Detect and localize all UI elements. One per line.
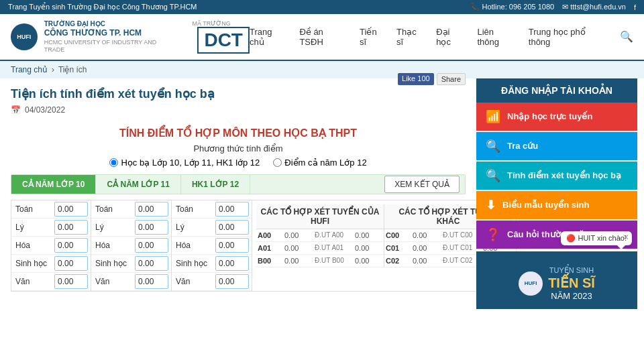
breadcrumb-current: Tiện ích bbox=[58, 65, 87, 74]
grade-row-ly-hk1: Lý bbox=[172, 219, 252, 237]
grade-input-hoa-10[interactable] bbox=[54, 238, 88, 253]
grade-results-row: Toán Lý Hóa Sinh học Văn bbox=[11, 200, 466, 292]
hufi-results: CÁC TỔ HỢP XÉT TUYỂN CỦA HUFI A00 0.00 Đ… bbox=[256, 204, 384, 267]
grade-input-ly-10[interactable] bbox=[54, 220, 88, 235]
grade-lop11-section: Toán Lý Hóa Sinh học Văn bbox=[91, 200, 172, 292]
subject-label-ly-hk1: Lý bbox=[172, 220, 213, 235]
nav-thpt[interactable]: Trung học phổ thông bbox=[529, 27, 609, 47]
fb-like-btn[interactable]: Like 100 bbox=[398, 73, 434, 85]
radio-input2[interactable] bbox=[273, 158, 282, 167]
dut-c01: Đ.UT C01 bbox=[441, 242, 482, 253]
nav-daihoc[interactable]: Đại học bbox=[436, 27, 466, 47]
grade-input-sinh-11[interactable] bbox=[135, 256, 168, 271]
nav-thacsi[interactable]: Thạc sĩ bbox=[396, 27, 425, 47]
grade-row-toan-11: Toán bbox=[91, 200, 171, 219]
header: HUFI TRƯỜNG ĐẠI HỌC CÔNG THƯƠNG TP. HCM … bbox=[0, 14, 644, 61]
grade-input-van-10[interactable] bbox=[54, 274, 88, 289]
grade-input-toan-10[interactable] bbox=[54, 202, 88, 217]
nav-trangchu[interactable]: Trang chủ bbox=[250, 27, 288, 47]
subject-label-toan-hk1: Toán bbox=[172, 202, 213, 217]
grade-input-sinh-hk1[interactable] bbox=[215, 256, 249, 271]
dut-score-a01: 0.00 bbox=[354, 242, 384, 254]
grade-input-toan-11[interactable] bbox=[135, 202, 168, 217]
subject-label-sinh-11: Sinh học bbox=[91, 256, 132, 271]
code-a01: A01 bbox=[256, 242, 283, 254]
grade-input-hoa-hk1[interactable] bbox=[215, 238, 249, 253]
tab-lop11[interactable]: CẢ NĂM LỚP 11 bbox=[96, 175, 180, 194]
dut-c02: Đ.UT C02 bbox=[441, 255, 482, 266]
promo-line3: NĂM 2023 bbox=[548, 291, 595, 301]
sidebar-btn-tinhdiem[interactable]: 🔍 Tính điểm xét tuyển học bạ bbox=[476, 162, 637, 190]
grade-row-van-hk1: Văn bbox=[172, 273, 252, 291]
grade-row-van-11: Văn bbox=[91, 273, 171, 291]
nav-tiensi[interactable]: Tiến sĩ bbox=[360, 27, 386, 47]
radio-group: Học bạ Lớp 10, Lớp 11, HK1 lớp 12 Điểm c… bbox=[11, 158, 466, 168]
dut-score-b00: 0.00 bbox=[354, 255, 384, 267]
nav-dean[interactable]: Đề án TSĐH bbox=[299, 27, 349, 47]
main-layout: Like 100 Share Tiện ích tính điểm xét tu… bbox=[0, 78, 644, 309]
score-b00: 0.00 bbox=[283, 255, 313, 267]
grade-input-toan-hk1[interactable] bbox=[215, 202, 249, 217]
promo-line1: TUYỂN SINH bbox=[548, 266, 595, 275]
grade-input-hoa-11[interactable] bbox=[135, 238, 168, 253]
dct-logo: DCT bbox=[197, 27, 250, 54]
nav-lienThong[interactable]: Liên thông bbox=[478, 27, 518, 47]
grade-row-sinh-hk1: Sinh học bbox=[172, 255, 252, 273]
score-a01: 0.00 bbox=[283, 242, 313, 254]
subject-label-ly-10: Lý bbox=[11, 220, 52, 235]
grade-hk1-section: Toán Lý Hóa Sinh học Văn bbox=[172, 200, 252, 292]
grade-input-van-hk1[interactable] bbox=[215, 274, 249, 289]
chat-icon: 🔴 bbox=[566, 234, 576, 242]
sidebar-btn-online[interactable]: 📶 Nhập học trực tuyến bbox=[476, 103, 637, 131]
grade-row-sinh-11: Sinh học bbox=[91, 255, 171, 273]
grade-row-ly-11: Lý bbox=[91, 219, 171, 237]
subject-label-toan-11: Toán bbox=[91, 202, 132, 217]
code-b00: B00 bbox=[256, 255, 283, 267]
grade-row-hoa-11: Hóa bbox=[91, 237, 171, 255]
hotline: 📞 Hotline: 096 205 1080 bbox=[470, 3, 554, 11]
dut-c00: Đ.UT C00 bbox=[441, 229, 482, 241]
grade-row-ly-10: Lý bbox=[11, 219, 91, 237]
subject-label-hoa-11: Hóa bbox=[91, 238, 132, 253]
xem-ket-qua-button[interactable]: XEM KẾT QUẢ bbox=[384, 176, 460, 193]
radio-option1[interactable]: Học bạ Lớp 10, Lớp 11, HK1 lớp 12 bbox=[109, 158, 260, 168]
fb-share-btn[interactable]: Share bbox=[437, 73, 466, 85]
school-name: TRƯỜNG ĐẠI HỌC CÔNG THƯƠNG TP. HCM HCMC … bbox=[44, 19, 178, 54]
grade-input-ly-hk1[interactable] bbox=[215, 220, 249, 235]
breadcrumb-separator: › bbox=[52, 65, 54, 74]
radio-option2[interactable]: Điểm cả năm Lớp 12 bbox=[273, 158, 366, 168]
dut-a00: Đ.UT A00 bbox=[313, 229, 354, 241]
search-icon[interactable]: 🔍 bbox=[620, 30, 633, 43]
wifi-icon: 📶 bbox=[486, 109, 500, 124]
ma-truong-label: MÃ TRƯỜNG bbox=[192, 20, 250, 27]
grade-row-van-10: Văn bbox=[11, 273, 91, 291]
sidebar-btn-tracuu[interactable]: 🔍 Tra cứu bbox=[476, 132, 637, 160]
login-header: ĐĂNG NHẬP TÀI KHOẢN bbox=[476, 78, 637, 103]
sidebar-btn-bieumau[interactable]: ⬇ Biểu mẫu tuyển sinh bbox=[476, 191, 637, 219]
facebook-icon[interactable]: f bbox=[634, 3, 636, 11]
chat-close-button[interactable]: ✕ bbox=[623, 233, 629, 242]
top-bar-title: Trang Tuyển sinh Trường Đại học Công Thư… bbox=[8, 3, 197, 11]
promo-line2: TIẾN SĨ bbox=[548, 275, 595, 291]
promo-logo: HUFI bbox=[519, 272, 543, 296]
subject-label-toan-10: Toán bbox=[11, 202, 52, 217]
promo-box: 🔴 HUIT xin chào! ✕ HUFI TUYỂN SINH TIẾN … bbox=[476, 251, 637, 309]
tab-lop10[interactable]: CẢ NĂM LỚP 10 bbox=[11, 175, 96, 194]
subject-label-ly-11: Lý bbox=[91, 220, 132, 235]
search-icon-tracuu: 🔍 bbox=[486, 139, 500, 154]
calc-title: TÍNH ĐIỂM TỔ HỢP MÔN THEO HỌC BẠ THPT bbox=[11, 127, 466, 139]
breadcrumb-home[interactable]: Trang chủ bbox=[11, 65, 48, 74]
radio-input1[interactable] bbox=[109, 158, 118, 167]
subject-label-sinh-10: Sinh học bbox=[11, 256, 52, 271]
school-logo: HUFI bbox=[11, 23, 38, 50]
calc-subtitle: Phương thức tính điểm bbox=[11, 143, 466, 154]
grade-row-hoa-hk1: Hóa bbox=[172, 237, 252, 255]
grade-input-van-11[interactable] bbox=[135, 274, 168, 289]
dut-b00: Đ.UT B00 bbox=[313, 255, 354, 266]
tab-hk1[interactable]: HK1 LỚP 12 bbox=[181, 175, 250, 194]
grade-input-sinh-10[interactable] bbox=[54, 256, 88, 271]
page-date: 04/03/2022 bbox=[25, 105, 65, 115]
grade-input-ly-11[interactable] bbox=[135, 220, 168, 235]
dut-score-a00: 0.00 bbox=[354, 229, 384, 241]
subject-label-van-hk1: Văn bbox=[172, 274, 213, 289]
